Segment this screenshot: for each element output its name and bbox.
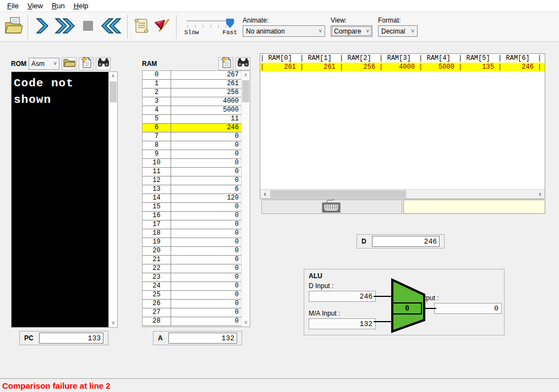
ram-row[interactable]: 100 bbox=[143, 159, 241, 168]
ram-find-button[interactable] bbox=[235, 57, 250, 70]
ram-row[interactable]: 240 bbox=[143, 282, 241, 291]
load-program-button[interactable] bbox=[3, 15, 24, 38]
rom-code-area[interactable]: Code not shown bbox=[12, 72, 108, 327]
ram-value-cell[interactable]: 0 bbox=[171, 247, 241, 255]
ram-row[interactable]: 180 bbox=[143, 229, 241, 238]
menu-item-view[interactable]: View bbox=[24, 1, 47, 11]
ram-value-cell[interactable]: 0 bbox=[171, 264, 241, 273]
run-button[interactable] bbox=[52, 15, 78, 38]
animate-dropdown[interactable]: No animation ˅ bbox=[243, 25, 325, 37]
speed-slider-track[interactable] bbox=[184, 18, 237, 29]
ram-row[interactable]: 280 bbox=[143, 317, 241, 326]
ram-value-cell[interactable]: 0 bbox=[171, 141, 241, 150]
ram-value-cell[interactable]: 267 bbox=[171, 71, 241, 79]
ram-row[interactable]: 110 bbox=[143, 168, 241, 176]
single-step-button[interactable] bbox=[31, 15, 52, 38]
keyboard-button[interactable] bbox=[261, 200, 402, 214]
ram-row[interactable]: 14120 bbox=[143, 194, 241, 203]
rom-load-button[interactable] bbox=[62, 57, 76, 70]
scroll-up-icon[interactable]: ˄ bbox=[242, 71, 250, 79]
ram-row[interactable]: 170 bbox=[143, 220, 241, 229]
ram-value-cell[interactable]: 0 bbox=[171, 308, 241, 317]
speed-slider[interactable]: Slow Fast bbox=[184, 18, 237, 36]
ram-scrollbar[interactable]: ˄ ˅ bbox=[241, 71, 250, 327]
ram-value-cell[interactable]: 0 bbox=[171, 273, 241, 281]
menu-item-file[interactable]: File bbox=[3, 1, 23, 11]
ram-value-cell[interactable]: 0 bbox=[171, 150, 241, 158]
ram-table[interactable]: 0267126122563400045000511624670809010011… bbox=[143, 71, 241, 327]
ram-value-cell[interactable]: 0 bbox=[171, 256, 241, 264]
ram-row[interactable]: 210 bbox=[143, 256, 241, 264]
ram-row[interactable]: 200 bbox=[143, 247, 241, 256]
ram-row[interactable]: 34000 bbox=[143, 97, 241, 106]
scroll-down-icon[interactable]: ˅ bbox=[242, 318, 250, 327]
ram-row[interactable]: 230 bbox=[143, 273, 241, 282]
ram-value-cell[interactable]: 0 bbox=[171, 168, 241, 176]
ram-row[interactable]: 90 bbox=[143, 150, 241, 159]
ram-value-cell[interactable]: 0 bbox=[171, 212, 241, 220]
menu-item-help[interactable]: Help bbox=[70, 1, 92, 11]
scroll-left-icon[interactable]: ‹ bbox=[260, 190, 270, 198]
ram-value-cell[interactable]: 120 bbox=[171, 194, 241, 202]
ram-row[interactable]: 120 bbox=[143, 176, 241, 185]
ram-value-cell[interactable]: 0 bbox=[171, 159, 241, 167]
ram-value-cell[interactable]: 0 bbox=[171, 132, 241, 141]
ram-value-cell[interactable]: 261 bbox=[171, 80, 241, 88]
compare-hscrollbar[interactable]: ‹ › bbox=[260, 189, 545, 198]
compare-hscrollbar-thumb[interactable] bbox=[270, 190, 406, 198]
ram-value-cell[interactable]: 0 bbox=[171, 282, 241, 290]
ram-row[interactable]: 220 bbox=[143, 264, 241, 273]
ram-row[interactable]: 136 bbox=[143, 185, 241, 194]
scroll-down-icon[interactable]: ˅ bbox=[109, 319, 118, 327]
script-button[interactable] bbox=[131, 15, 152, 38]
rom-find-button[interactable] bbox=[96, 57, 111, 70]
ram-row[interactable]: 45000 bbox=[143, 106, 241, 115]
ram-value-cell[interactable]: 4000 bbox=[171, 97, 241, 106]
ram-row[interactable]: 150 bbox=[143, 203, 241, 212]
speed-slider-thumb[interactable] bbox=[226, 19, 234, 28]
ram-value-cell[interactable]: 0 bbox=[171, 300, 241, 308]
ram-value-cell[interactable]: 0 bbox=[171, 176, 241, 185]
ram-value-cell[interactable]: 246 bbox=[171, 124, 241, 132]
a-register-value[interactable]: 132 bbox=[168, 333, 237, 344]
keyboard-input-field[interactable] bbox=[403, 200, 545, 214]
ram-value-cell[interactable]: 0 bbox=[171, 238, 241, 246]
ram-row[interactable]: 270 bbox=[143, 308, 241, 317]
stop-button[interactable] bbox=[78, 15, 98, 38]
ram-value-cell[interactable]: 0 bbox=[171, 317, 241, 325]
rom-clear-button[interactable] bbox=[79, 57, 94, 70]
ram-row[interactable]: 6246 bbox=[143, 124, 241, 132]
rom-scrollbar-thumb[interactable] bbox=[109, 81, 117, 102]
ram-row[interactable]: 2256 bbox=[143, 89, 241, 97]
ram-value-cell[interactable]: 0 bbox=[171, 220, 241, 229]
view-dropdown[interactable]: Compare ˅ bbox=[331, 25, 372, 37]
ram-row[interactable]: 260 bbox=[143, 300, 241, 308]
ram-row[interactable]: 511 bbox=[143, 115, 241, 124]
alu-output-value[interactable]: 0 bbox=[434, 303, 502, 314]
ram-value-cell[interactable]: 5000 bbox=[171, 106, 241, 114]
ram-value-cell[interactable]: 6 bbox=[171, 185, 241, 194]
ram-value-cell[interactable]: 0 bbox=[171, 291, 241, 299]
format-dropdown[interactable]: Decimal ˅ bbox=[378, 25, 418, 37]
compare-failure-row[interactable]: | 261 | 261 | 256 | 4000 | 5000 | 135 | … bbox=[260, 63, 545, 71]
ram-clear-button[interactable] bbox=[218, 57, 233, 70]
ram-value-cell[interactable]: 256 bbox=[171, 89, 241, 97]
ram-row[interactable]: 1261 bbox=[143, 80, 241, 89]
breakpoint-button[interactable] bbox=[152, 15, 173, 38]
ram-row[interactable]: 80 bbox=[143, 141, 241, 150]
ram-value-cell[interactable]: 11 bbox=[171, 115, 241, 123]
alu-ma-input-value[interactable]: 132 bbox=[309, 318, 376, 329]
menu-item-run[interactable]: Run bbox=[48, 1, 69, 11]
ram-value-cell[interactable]: 0 bbox=[171, 203, 241, 211]
ram-value-cell[interactable]: 0 bbox=[171, 229, 241, 238]
ram-row[interactable]: 160 bbox=[143, 212, 241, 220]
pc-register-value[interactable]: 133 bbox=[39, 333, 103, 344]
ram-row[interactable]: 250 bbox=[143, 291, 241, 300]
alu-d-input-value[interactable]: 246 bbox=[309, 291, 376, 302]
ram-scrollbar-thumb[interactable] bbox=[242, 80, 249, 102]
ram-row[interactable]: 0267 bbox=[143, 71, 241, 80]
rom-scrollbar[interactable]: ˄ ˅ bbox=[108, 72, 117, 327]
ram-row[interactable]: 70 bbox=[143, 132, 241, 141]
scroll-up-icon[interactable]: ˄ bbox=[109, 72, 117, 80]
rom-format-dropdown[interactable]: Asm ˅ bbox=[29, 58, 59, 70]
